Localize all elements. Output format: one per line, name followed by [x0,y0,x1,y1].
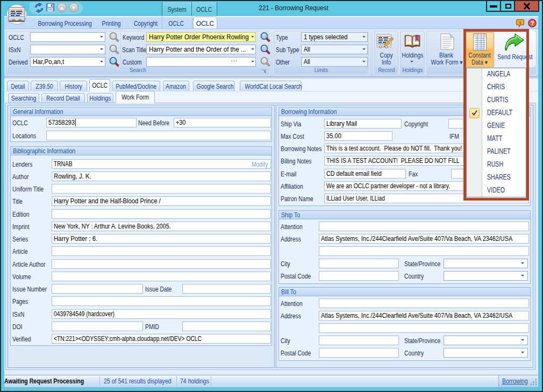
svg-text:?: ? [531,20,534,26]
